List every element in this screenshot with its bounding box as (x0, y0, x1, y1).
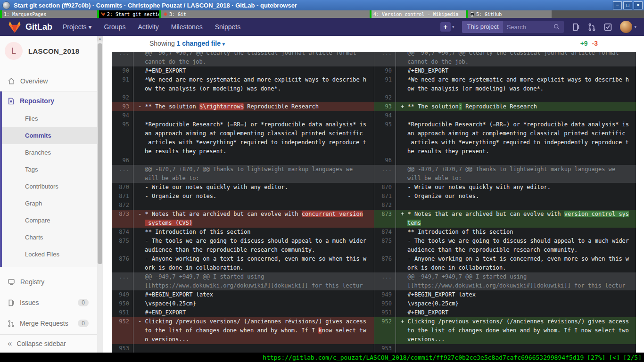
diff-line-content: - ** The solution $\rightarrow$ Reproduc… (133, 102, 374, 111)
diff-line-number[interactable]: 95 (374, 120, 396, 156)
diff-line-number[interactable]: 875 (112, 237, 133, 255)
diff-line-number[interactable]: 95 (112, 120, 133, 156)
diff-line-number[interactable]: 92 (112, 93, 133, 102)
sidebar-item-label: Issues (20, 299, 39, 306)
diff-line-number[interactable]: 876 (374, 255, 396, 272)
diff-line-number[interactable]: 871 (374, 192, 396, 201)
sidebar-item-issues[interactable]: Issues 0 (0, 294, 97, 311)
tab-3[interactable]: 3: Git (159, 10, 370, 18)
nav-links: Projects ▾GroupsActivityMilestonesSnippe… (63, 23, 240, 31)
diff-line-number[interactable]: 949 (112, 290, 133, 299)
close-button[interactable]: × (634, 1, 643, 9)
diff-line-number[interactable]: 952 (374, 317, 396, 344)
diff-line-content: *Reproducible Research* (=RR=) or *repro… (133, 120, 374, 156)
collapse-icon: « (8, 339, 12, 348)
nav-link-groups[interactable]: Groups (104, 23, 126, 31)
diff-line-number[interactable]: 90 (112, 66, 133, 75)
diff-line-number[interactable]: 93 (374, 102, 396, 111)
diff-line-number[interactable]: 94 (374, 111, 396, 120)
user-menu[interactable]: ▾ (620, 21, 636, 33)
diff-line-number[interactable]: ... (112, 272, 133, 290)
sidebar-item-files[interactable]: Files (2, 110, 97, 127)
diff-line-number[interactable]: 96 (112, 156, 133, 165)
diff-line-number[interactable]: 875 (374, 237, 396, 255)
sidebar-item-charts[interactable]: Charts (2, 229, 97, 246)
changed-files-dropdown[interactable]: 1 changed file ▾ (177, 40, 225, 47)
diff-line-number[interactable]: 96 (374, 156, 396, 165)
git-favicon (163, 12, 168, 16)
diff-line-number[interactable]: 873 (112, 210, 133, 228)
diff-line-number[interactable]: 872 (112, 201, 133, 210)
diff-line-number[interactable]: 951 (112, 308, 133, 317)
sidebar-item-tags[interactable]: Tags (2, 161, 97, 178)
diff-line-number[interactable]: 874 (374, 228, 396, 237)
sidebar-item-branches[interactable]: Branches (2, 144, 97, 161)
todos-icon[interactable] (604, 23, 612, 31)
sidebar-item-compare[interactable]: Compare (2, 212, 97, 229)
chevron-down-icon: ▾ (634, 25, 636, 29)
new-menu-button[interactable]: + ▾ (440, 22, 454, 32)
sidebar-item-commits[interactable]: Commits (2, 127, 97, 144)
scrollbar-up-arrow[interactable]: ▲ (97, 36, 103, 41)
sidebar-item-graph[interactable]: Graph (2, 195, 97, 212)
nav-link-projects[interactable]: Projects ▾ (63, 23, 92, 31)
collapse-sidebar-button[interactable]: « Collapse sidebar (0, 334, 97, 353)
tab-4[interactable]: 4: Version control - Wikipedia (370, 10, 466, 18)
diff-line-content (396, 344, 636, 353)
diff-line-number[interactable]: 874 (112, 228, 133, 237)
diff-line-number[interactable]: 873 (374, 210, 396, 228)
brand-name[interactable]: GitLab (25, 22, 52, 32)
gitlab-logo-icon[interactable] (8, 20, 22, 34)
diff-line-number[interactable]: 953 (112, 344, 133, 353)
diff-line-number[interactable]: 870 (374, 183, 396, 192)
sidebar-item-contributors[interactable]: Contributors (2, 178, 97, 195)
maximize-button[interactable]: □ (623, 1, 632, 9)
issues-icon[interactable] (572, 23, 580, 31)
search-input[interactable] (504, 24, 554, 31)
search-icon[interactable] (553, 24, 560, 30)
window-titlebar: Start git section (ff927c0b) · Commits ·… (0, 0, 644, 10)
diff-line-number[interactable]: 950 (112, 299, 133, 308)
diff-line-number[interactable]: 950 (374, 299, 396, 308)
sidebar-item-repository[interactable]: Repository (2, 91, 97, 110)
diff-line-number[interactable]: 952 (112, 317, 133, 344)
sidebar-item-registry[interactable]: Registry (0, 273, 97, 290)
diff-line-number[interactable]: 870 (112, 183, 133, 192)
tab-load-indicator (159, 10, 161, 18)
scrollbar-thumb[interactable] (98, 43, 102, 264)
tab-2[interactable]: 2: Start git section (ff927c… (97, 10, 159, 18)
diff-line-number[interactable]: 91 (112, 75, 133, 93)
diff-line-content: \vspace{0.25cm} (396, 299, 636, 308)
nav-link-snippets[interactable]: Snippets (215, 23, 240, 31)
diff-line-number[interactable]: ... (374, 165, 396, 183)
tab-5[interactable]: 5: GitHub (466, 10, 552, 18)
diff-line-number[interactable]: 93 (112, 102, 133, 111)
diff-line-number[interactable]: ... (374, 52, 396, 66)
diff-line-number[interactable]: 92 (374, 93, 396, 102)
sidebar-item-locked-files[interactable]: Locked Files (2, 246, 97, 263)
diff-row-ctx: 94 (374, 111, 636, 120)
merge-requests-icon[interactable] (588, 23, 596, 31)
project-header[interactable]: L LASCON_2018 (0, 36, 97, 66)
tab-1[interactable]: 1: MarquesPages (0, 10, 97, 18)
diff-line-number[interactable]: 91 (374, 75, 396, 93)
search-scope-chip[interactable]: This project (462, 21, 504, 33)
diff-line-number[interactable]: 876 (112, 255, 133, 272)
diff-line-number[interactable]: ... (112, 165, 133, 183)
sidebar-item-overview[interactable]: Overview (0, 73, 97, 90)
diff-line-number[interactable]: 94 (112, 111, 133, 120)
diff-line-number[interactable]: 871 (112, 192, 133, 201)
sidebar-item-merge-requests[interactable]: Merge Requests 0 (0, 315, 97, 332)
diff-line-number[interactable]: 951 (374, 308, 396, 317)
diff-line-number[interactable]: ... (112, 52, 133, 66)
diff-line-number[interactable]: 949 (374, 290, 396, 299)
sidebar-item-label: Repository (20, 97, 54, 105)
diff-line-number[interactable]: 872 (374, 201, 396, 210)
nav-link-milestones[interactable]: Milestones (171, 23, 203, 31)
diff-line-number[interactable]: 953 (374, 344, 396, 353)
nav-link-activity[interactable]: Activity (138, 23, 158, 31)
qutebrowser-icon (2, 1, 10, 9)
minimize-button[interactable]: − (613, 1, 622, 9)
diff-line-number[interactable]: ... (374, 272, 396, 290)
diff-line-number[interactable]: 90 (374, 66, 396, 75)
